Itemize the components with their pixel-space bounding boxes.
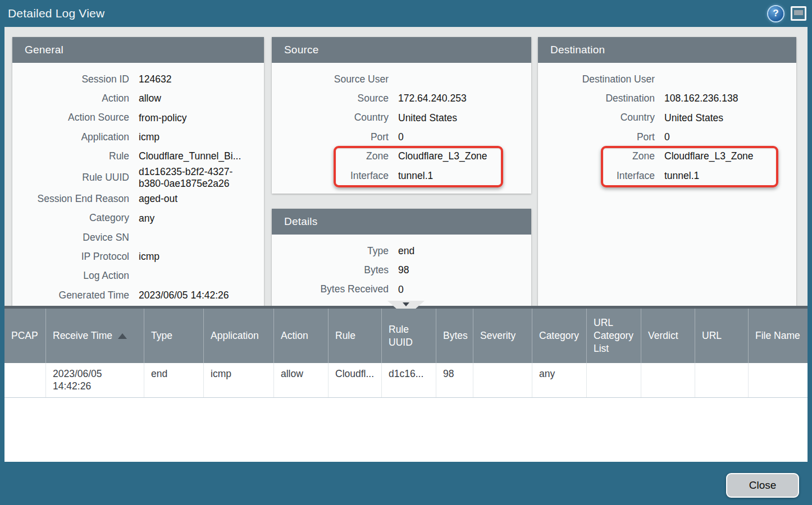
field-label: Rule UUID <box>12 172 129 183</box>
field-label: Session End Reason <box>12 193 129 205</box>
field-label: Destination User <box>538 74 655 85</box>
column-header-rule[interactable]: Rule <box>329 309 382 363</box>
field-value: Cloudflare_Tunnel_Bi... <box>139 150 255 162</box>
field-row-type: Type end <box>272 241 531 260</box>
column-header-rule-uuid[interactable]: Rule UUID <box>382 309 436 363</box>
field-value: 0 <box>398 131 522 143</box>
panel-destination-header: Destination <box>538 37 796 63</box>
column-header-type[interactable]: Type <box>144 309 204 363</box>
table-row[interactable]: 2023/06/05 14:42:26 end icmp allow Cloud… <box>4 363 808 398</box>
field-row-session-id: Session ID 124632 <box>12 70 264 89</box>
field-label: Source <box>272 93 389 104</box>
cell-type: end <box>144 363 204 397</box>
field-value: 2023/06/05 14:42:26 <box>139 290 255 301</box>
field-row-ip-protocol: IP Protocol icmp <box>12 247 264 266</box>
cell-receive-time: 2023/06/05 14:42:26 <box>46 363 144 397</box>
field-label: IP Protocol <box>12 251 129 263</box>
field-row-port: Port 0 <box>538 127 796 146</box>
field-row-log-action: Log Action <box>12 267 264 286</box>
field-row-zone: Zone Cloudflare_L3_Zone <box>538 147 796 166</box>
field-label: Port <box>272 131 389 143</box>
panel-details-header: Details <box>272 209 531 235</box>
cell-bytes: 98 <box>436 363 473 397</box>
field-row-session-end-reason: Session End Reason aged-out <box>12 189 264 208</box>
cell-verdict <box>641 363 695 397</box>
panel-general-title: General <box>25 44 63 56</box>
field-value: Cloudflare_L3_Zone <box>664 150 787 162</box>
cell-severity <box>473 363 532 397</box>
cell-application: icmp <box>204 363 274 397</box>
cell-url-category-list <box>587 363 641 397</box>
column-header-url-category-list[interactable]: URL Category List <box>587 309 641 363</box>
field-row-category: Category any <box>12 209 264 228</box>
panel-general-header: General <box>12 37 264 63</box>
field-row-zone: Zone Cloudflare_L3_Zone <box>272 147 531 166</box>
field-label: Action <box>12 93 129 104</box>
field-value: end <box>398 245 522 257</box>
dialog-content: General Session ID 124632 Action allow A… <box>4 27 808 462</box>
field-value: 172.64.240.253 <box>398 93 522 104</box>
field-label: Interface <box>538 170 655 182</box>
field-row-bytes-received: Bytes Received 0 <box>272 280 531 299</box>
field-row-destination: Destination 108.162.236.138 <box>538 89 796 108</box>
cell-file-name <box>749 363 808 397</box>
field-value: Cloudflare_L3_Zone <box>398 150 522 162</box>
panel-details: Details Type end Bytes 98 Bytes Received… <box>272 209 531 306</box>
field-label: Generated Time <box>12 290 129 301</box>
cell-pcap <box>4 363 46 397</box>
field-row-generated-time: Generated Time 2023/06/05 14:42:26 <box>12 286 264 305</box>
field-value: United States <box>398 112 522 124</box>
panel-details-body: Type end Bytes 98 Bytes Received 0 <box>272 235 531 299</box>
field-label: Bytes <box>272 264 389 276</box>
cell-category: any <box>532 363 587 397</box>
close-button[interactable]: Close <box>726 473 799 498</box>
field-row-source-user: Source User <box>272 70 531 89</box>
column-header-application[interactable]: Application <box>204 309 274 363</box>
field-value: 0 <box>398 284 522 296</box>
cell-url <box>695 363 749 397</box>
field-value: 108.162.236.138 <box>664 93 787 104</box>
field-label: Bytes Received <box>272 283 389 295</box>
column-header-category[interactable]: Category <box>532 309 587 363</box>
field-label: Type <box>272 245 389 257</box>
field-label: Country <box>538 112 655 123</box>
panel-general-body: Session ID 124632 Action allow Action So… <box>12 63 264 305</box>
dialog-title: Detailed Log View <box>8 7 104 20</box>
column-header-receive-time[interactable]: Receive Time <box>46 309 144 363</box>
column-header-pcap[interactable]: PCAP <box>4 309 46 363</box>
column-header-verdict[interactable]: Verdict <box>641 309 695 363</box>
field-row-country: Country United States <box>272 108 531 127</box>
field-row-application: Application icmp <box>12 127 264 146</box>
column-header-action[interactable]: Action <box>274 309 329 363</box>
help-icon[interactable]: ? <box>768 6 783 21</box>
column-header-severity[interactable]: Severity <box>473 309 532 363</box>
field-row-port: Port 0 <box>272 127 531 146</box>
cell-rule: Cloudfl... <box>329 363 382 397</box>
field-label: Zone <box>538 150 655 162</box>
field-row-device-sn: Device SN <box>12 228 264 247</box>
field-label: Source User <box>272 74 389 85</box>
field-label: Interface <box>272 170 389 182</box>
field-label: Action Source <box>12 112 129 123</box>
field-value: 0 <box>664 131 787 143</box>
log-table: PCAP Receive Time Type Application Actio… <box>4 306 808 462</box>
column-header-bytes[interactable]: Bytes <box>436 309 473 363</box>
column-header-file-name[interactable]: File Name <box>749 309 808 363</box>
field-row-action-source: Action Source from-policy <box>12 108 264 127</box>
panel-details-title: Details <box>284 215 317 228</box>
panel-source-title: Source <box>284 44 318 56</box>
field-value: 124632 <box>139 74 255 85</box>
column-header-url[interactable]: URL <box>695 309 749 363</box>
field-value: 98 <box>398 264 522 276</box>
window-restore-icon-glyph <box>794 10 803 15</box>
chevron-down-icon <box>403 302 409 306</box>
window-restore-icon[interactable] <box>791 6 806 21</box>
field-value: icmp <box>139 131 255 143</box>
field-value: icmp <box>139 251 255 263</box>
panel-destination-title: Destination <box>550 44 605 56</box>
field-label: Log Action <box>12 270 129 282</box>
field-value: from-policy <box>139 112 255 124</box>
field-value: aged-out <box>139 193 255 205</box>
field-value: allow <box>139 93 255 104</box>
field-label: Zone <box>272 150 389 162</box>
